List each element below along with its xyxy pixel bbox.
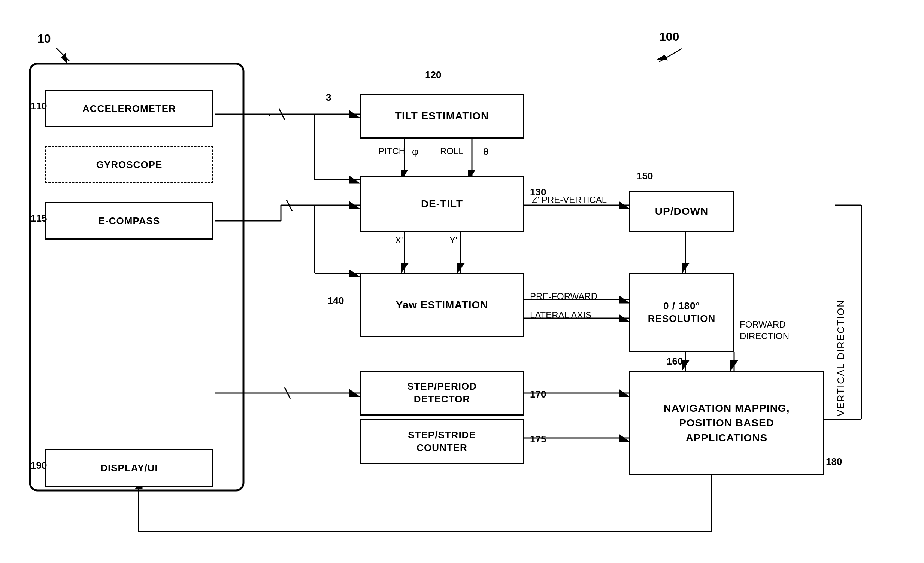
- ref-170: 170: [530, 389, 546, 400]
- roll-label: ROLL: [440, 146, 464, 156]
- ref-160: 160: [667, 356, 683, 367]
- tilt-estimation-box: TILT ESTIMATION: [360, 94, 524, 139]
- lateral-axis-label: LATERAL AXIS: [530, 310, 591, 320]
- updown-box: UP/DOWN: [629, 191, 734, 232]
- z-pre-vertical-label: Z' PRE-VERTICAL: [532, 195, 607, 205]
- forward-direction-label: FORWARD DIRECTION: [740, 307, 789, 342]
- svg-line-3: [56, 48, 69, 61]
- svg-rect-39: [30, 64, 243, 490]
- svg-line-6: [279, 109, 285, 120]
- ref-10: 10: [38, 32, 51, 46]
- display-ui-box: DISPLAY/UI: [45, 449, 213, 487]
- svg-line-30: [285, 388, 290, 399]
- ref-140: 140: [328, 295, 344, 307]
- vertical-direction-label: VERTICAL DIRECTION: [835, 299, 847, 416]
- svg-line-2: [659, 49, 682, 62]
- ecompass-box: E-COMPASS: [45, 202, 213, 240]
- diagram: 100 10 ACCELEROMETER 110 GYROSCOPE E-COM…: [0, 0, 924, 563]
- phi-label: φ: [412, 146, 418, 157]
- x-prime-label: X': [395, 235, 403, 246]
- ref-190: 190: [31, 460, 47, 471]
- ref-115: 115: [31, 213, 47, 224]
- ref-175: 175: [530, 433, 546, 445]
- resolution-box: 0 / 180° RESOLUTION: [629, 273, 734, 352]
- y-prime-label: Y': [450, 235, 458, 246]
- svg-line-10: [286, 200, 292, 211]
- ref-150: 150: [637, 170, 653, 182]
- ref-110: 110: [31, 100, 47, 112]
- de-tilt-box: DE-TILT: [360, 176, 524, 232]
- navigation-box: NAVIGATION MAPPING, POSITION BASED APPLI…: [629, 371, 824, 475]
- ref-120: 120: [425, 69, 441, 81]
- ref-100: 100: [659, 30, 679, 44]
- pre-forward-label: PRE-FORWARD: [530, 291, 597, 302]
- step-stride-box: STEP/STRIDE COUNTER: [360, 419, 524, 464]
- pitch-label: PITCH: [378, 146, 405, 156]
- step-period-box: STEP/PERIOD DETECTOR: [360, 371, 524, 416]
- ref-180: 180: [826, 456, 842, 467]
- accelerometer-box: ACCELEROMETER: [45, 90, 213, 127]
- yaw-estimation-box: Yaw ESTIMATION: [360, 273, 524, 337]
- ref-3: 3: [326, 92, 331, 103]
- theta-label: θ: [483, 146, 488, 157]
- gyroscope-box: GYROSCOPE: [45, 146, 213, 183]
